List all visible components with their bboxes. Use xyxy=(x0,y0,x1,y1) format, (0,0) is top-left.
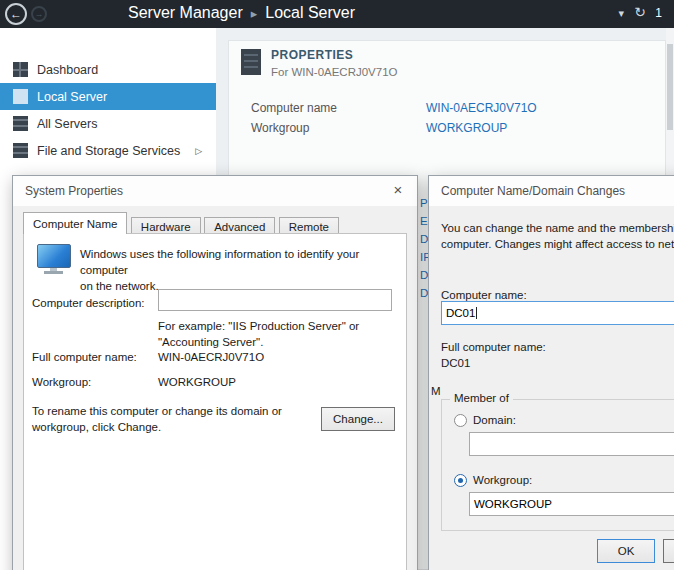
breadcrumb: Server Manager▸Local Server xyxy=(128,4,355,22)
forward-icon[interactable]: → xyxy=(31,6,47,22)
domain-input[interactable] xyxy=(469,432,674,456)
text-caret xyxy=(476,307,477,319)
full-computer-name-label: Full computer name: xyxy=(32,349,137,365)
property-label: Computer name xyxy=(251,101,337,115)
workgroup-label: Workgroup: xyxy=(32,374,91,390)
computer-name-tab-page: Windows uses the following information t… xyxy=(23,233,407,570)
domain-radio[interactable] xyxy=(454,414,467,427)
dialog-title-bar[interactable]: System Properties × xyxy=(13,176,417,206)
full-computer-name-value: WIN-0AECRJ0V71O xyxy=(158,349,264,365)
breadcrumb-page-title: Local Server xyxy=(265,4,355,21)
server-tile-icon xyxy=(241,49,261,75)
sidebar-item-label: File and Storage Services xyxy=(37,144,180,158)
dialog-title: System Properties xyxy=(25,184,123,198)
tab-computer-name[interactable]: Computer Name xyxy=(23,212,127,234)
computer-name-input[interactable]: DC01 xyxy=(441,301,674,325)
full-computer-name-label: Full computer name: xyxy=(441,339,546,355)
sidebar-item-dashboard[interactable]: Dashboard xyxy=(0,56,216,83)
info-text: Windows uses the following information t… xyxy=(80,246,406,294)
example-text: For example: "IIS Production Server" or … xyxy=(158,318,359,350)
sidebar-item-local-server[interactable]: Local Server xyxy=(0,83,216,110)
server-manager-window: ← → Server Manager▸Local Server ▾ ↻ 1 Da… xyxy=(0,0,674,570)
ok-button[interactable]: OK xyxy=(597,539,655,563)
panel-subtitle: For WIN-0AECRJ0V71O xyxy=(271,66,398,78)
notification-count[interactable]: 1 xyxy=(655,6,662,20)
dialog-title-bar[interactable]: Computer Name/Domain Changes xyxy=(429,176,674,206)
computer-name-domain-changes-dialog: Computer Name/Domain Changes You can cha… xyxy=(428,175,674,570)
computer-description-label: Computer description: xyxy=(32,295,145,311)
tab-strip: Computer Name Hardware Advanced Remote xyxy=(23,212,338,234)
sidebar-item-label: Local Server xyxy=(37,90,107,104)
server-icon xyxy=(13,89,28,104)
monitor-icon xyxy=(37,244,71,274)
servers-icon xyxy=(13,116,28,131)
change-button[interactable]: Change... xyxy=(321,407,395,431)
dashboard-icon xyxy=(13,62,28,77)
rename-help-text: To rename this computer or change its do… xyxy=(32,403,282,435)
dialog-title: Computer Name/Domain Changes xyxy=(441,184,625,198)
scrollbar-thumb[interactable] xyxy=(667,44,673,130)
sidebar-item-file-storage-services[interactable]: File and Storage Services ▷ xyxy=(0,137,216,164)
computer-description-input[interactable] xyxy=(158,289,392,311)
workgroup-input[interactable]: WORKGROUP xyxy=(469,492,674,516)
intro-text: You can change the name and the membersh… xyxy=(441,220,674,252)
workgroup-radio[interactable] xyxy=(454,474,467,487)
back-icon[interactable]: ← xyxy=(5,3,27,25)
property-label: Workgroup xyxy=(251,121,309,135)
panel-title: PROPERTIES xyxy=(271,48,353,62)
breadcrumb-chevron-icon: ▸ xyxy=(251,6,258,21)
chevron-down-icon[interactable]: ▾ xyxy=(618,7,624,20)
sidebar-item-label: Dashboard xyxy=(37,63,98,77)
workgroup-value: WORKGROUP xyxy=(158,374,236,390)
breadcrumb-app-title: Server Manager xyxy=(128,4,243,21)
refresh-icon[interactable]: ↻ xyxy=(634,4,646,20)
expand-arrow-icon[interactable]: ▷ xyxy=(195,146,202,156)
sidebar-item-label: All Servers xyxy=(37,117,97,131)
workgroup-link[interactable]: WORKGROUP xyxy=(426,121,507,135)
member-of-label: Member of xyxy=(450,392,513,404)
system-properties-dialog: System Properties × Computer Name Hardwa… xyxy=(12,175,418,570)
cancel-button-clipped[interactable] xyxy=(663,539,674,563)
close-icon[interactable]: × xyxy=(387,181,409,201)
sidebar-item-all-servers[interactable]: All Servers xyxy=(0,110,216,137)
member-of-group: Member of Domain: Workgroup: WORKGROUP xyxy=(441,399,674,531)
workgroup-radio-label[interactable]: Workgroup: xyxy=(473,472,532,488)
full-computer-name-value: DC01 xyxy=(441,355,470,371)
file-storage-icon xyxy=(13,143,28,158)
clipped-text-fragment: M xyxy=(431,383,441,399)
title-bar: ← → Server Manager▸Local Server ▾ ↻ 1 xyxy=(0,0,674,28)
computer-name-link[interactable]: WIN-0AECRJ0V71O xyxy=(426,101,537,115)
domain-radio-label[interactable]: Domain: xyxy=(473,412,516,428)
